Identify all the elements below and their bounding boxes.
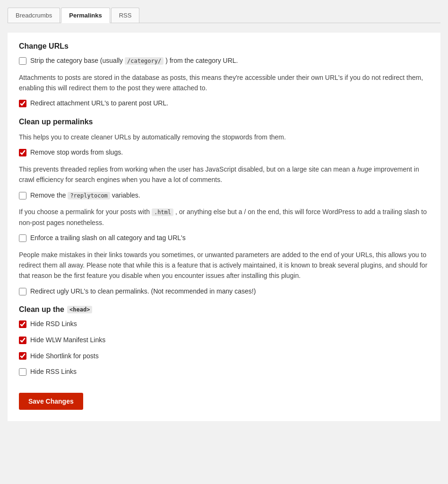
clean-head-code: <head> bbox=[67, 306, 92, 313]
desc3-pre: If you choose a permalink for your posts… bbox=[19, 208, 152, 216]
enforce-trailing-slash-checkbox[interactable] bbox=[19, 234, 26, 242]
remove-stop-words-label[interactable]: Remove stop words from slugs. bbox=[30, 148, 123, 157]
clean-head-heading: Clean up the <head> bbox=[19, 305, 429, 314]
remove-replytocom-checkbox[interactable] bbox=[19, 192, 26, 199]
enforce-trailing-slash-row: Enforce a trailing slash on all category… bbox=[19, 233, 429, 243]
hide-rss-row: Hide RSS Links bbox=[19, 367, 429, 377]
redirect-attachment-row: Redirect attachment URL's to parent post… bbox=[19, 99, 429, 108]
strip-category-text-pre: Strip the category base (usually bbox=[30, 57, 125, 64]
hide-shortlink-checkbox[interactable] bbox=[19, 352, 26, 360]
remove-replytocom-row: Remove the ?replytocom variables. bbox=[19, 191, 429, 200]
desc2-pre: This prevents threaded replies from work… bbox=[19, 165, 357, 173]
hide-rsd-checkbox[interactable] bbox=[19, 320, 26, 328]
hide-shortlink-row: Hide Shortlink for posts bbox=[19, 352, 429, 361]
strip-category-label[interactable]: Strip the category base (usually /catego… bbox=[30, 56, 238, 66]
hide-shortlink-label[interactable]: Hide Shortlink for posts bbox=[30, 352, 99, 361]
replytocom-pre: Remove the bbox=[30, 191, 68, 199]
replytocom-code: ?replytocom bbox=[68, 192, 110, 199]
redirect-ugly-checkbox[interactable] bbox=[19, 288, 26, 295]
redirect-ugly-label[interactable]: Redirect ugly URL's to clean permalinks.… bbox=[30, 287, 256, 296]
hide-wlw-checkbox[interactable] bbox=[19, 337, 26, 344]
redirect-attachment-checkbox[interactable] bbox=[19, 100, 26, 107]
enforce-trailing-slash-label[interactable]: Enforce a trailing slash on all category… bbox=[30, 233, 186, 243]
tab-breadcrumbs[interactable]: Breadcrumbs bbox=[8, 8, 60, 23]
strip-category-code: /category/ bbox=[125, 57, 164, 65]
change-urls-heading: Change URLs bbox=[19, 42, 429, 51]
clean-permalinks-desc3: If you choose a permalink for your posts… bbox=[19, 207, 429, 228]
tab-rss[interactable]: RSS bbox=[111, 8, 140, 23]
remove-replytocom-label[interactable]: Remove the ?replytocom variables. bbox=[30, 191, 140, 200]
desc3-code: .html bbox=[152, 208, 173, 216]
hide-rsd-label[interactable]: Hide RSD Links bbox=[30, 320, 77, 329]
save-changes-button[interactable]: Save Changes bbox=[19, 393, 83, 410]
redirect-ugly-row: Redirect ugly URL's to clean permalinks.… bbox=[19, 287, 429, 296]
clean-permalinks-heading: Clean up permalinks bbox=[19, 118, 429, 126]
hide-rss-label[interactable]: Hide RSS Links bbox=[30, 367, 77, 377]
redirect-attachment-label[interactable]: Redirect attachment URL's to parent post… bbox=[30, 99, 168, 108]
replytocom-post: variables. bbox=[110, 191, 140, 199]
remove-stop-words-checkbox[interactable] bbox=[19, 149, 26, 156]
clean-head-pre: Clean up the bbox=[19, 305, 64, 314]
hide-rss-checkbox[interactable] bbox=[19, 368, 26, 376]
clean-permalinks-desc1: This helps you to create cleaner URLs by… bbox=[19, 132, 429, 142]
attachment-description: Attachments to posts are stored in the d… bbox=[19, 72, 429, 94]
tabs-container: Breadcrumbs Permalinks RSS bbox=[8, 8, 440, 23]
clean-permalinks-desc4: People make mistakes in their links towa… bbox=[19, 250, 429, 281]
remove-stop-words-row: Remove stop words from slugs. bbox=[19, 148, 429, 157]
strip-category-text-post: ) from the category URL. bbox=[164, 57, 238, 64]
tab-permalinks[interactable]: Permalinks bbox=[61, 8, 110, 23]
strip-category-row: Strip the category base (usually /catego… bbox=[19, 56, 429, 66]
desc2-em: huge bbox=[357, 165, 372, 173]
hide-wlw-row: Hide WLW Manifest Links bbox=[19, 336, 429, 345]
hide-wlw-label[interactable]: Hide WLW Manifest Links bbox=[30, 336, 105, 345]
clean-permalinks-desc2: This prevents threaded replies from work… bbox=[19, 164, 429, 185]
hide-rsd-row: Hide RSD Links bbox=[19, 320, 429, 329]
strip-category-checkbox[interactable] bbox=[19, 57, 26, 65]
content-area: Change URLs Strip the category base (usu… bbox=[8, 33, 440, 421]
